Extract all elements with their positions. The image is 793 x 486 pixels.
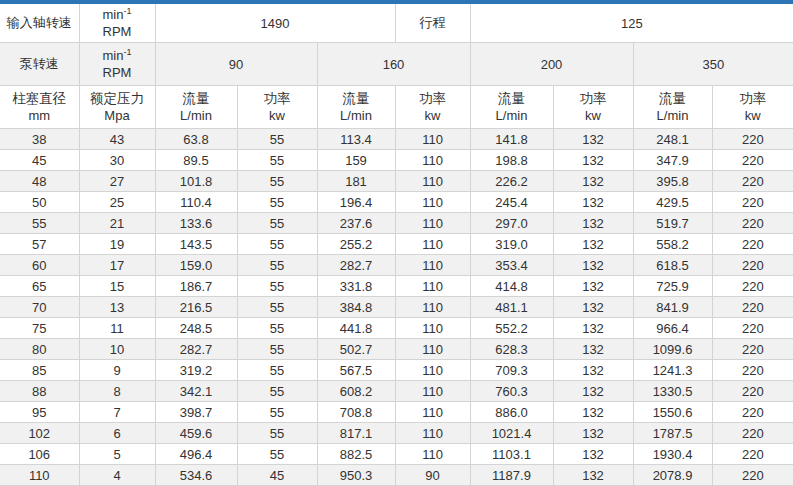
- table-cell: 950.3: [317, 465, 395, 486]
- table-cell: 80: [0, 339, 79, 360]
- table-cell: 319.0: [470, 234, 553, 255]
- table-cell: 132: [553, 297, 633, 318]
- table-cell: 220: [712, 423, 793, 444]
- table-cell: 282.7: [317, 255, 395, 276]
- table-cell: 132: [553, 129, 633, 150]
- power-label: 功率: [238, 90, 317, 107]
- unit-rpm: RPM: [80, 64, 155, 81]
- table-row: 6017159.055282.7110353.4132618.5220: [0, 255, 793, 276]
- table-cell: 110: [0, 465, 79, 486]
- table-cell: 75: [0, 318, 79, 339]
- table-cell: 55: [237, 234, 317, 255]
- pump-speed-label: 泵转速: [0, 43, 79, 86]
- table-cell: 384.8: [317, 297, 395, 318]
- table-cell: 132: [553, 318, 633, 339]
- table-cell: 55: [237, 423, 317, 444]
- power-unit: kw: [238, 107, 317, 124]
- table-cell: 237.6: [317, 213, 395, 234]
- table-cell: 19: [79, 234, 155, 255]
- flow-header: 流量 L/min: [317, 86, 395, 129]
- table-cell: 110: [395, 276, 470, 297]
- pump-speed-90: 90: [155, 43, 317, 86]
- table-row: 7511248.555441.8110552.2132966.4220: [0, 318, 793, 339]
- table-cell: 502.7: [317, 339, 395, 360]
- table-cell: 89.5: [155, 150, 237, 171]
- table-cell: 132: [553, 465, 633, 486]
- table-row: 888342.155608.2110760.31321330.5220: [0, 381, 793, 402]
- table-cell: 55: [237, 318, 317, 339]
- unit-min-exponent: -1: [123, 6, 131, 16]
- plunger-diameter-label: 柱塞直径: [0, 90, 79, 107]
- table-cell: 110: [395, 339, 470, 360]
- table-row: 5025110.455196.4110245.4132429.5220: [0, 192, 793, 213]
- table-cell: 220: [712, 150, 793, 171]
- table-cell: 21: [79, 213, 155, 234]
- table-cell: 1241.3: [633, 360, 712, 381]
- table-cell: 618.5: [633, 255, 712, 276]
- table-cell: 441.8: [317, 318, 395, 339]
- table-cell: 132: [553, 276, 633, 297]
- table-cell: 534.6: [155, 465, 237, 486]
- table-cell: 558.2: [633, 234, 712, 255]
- table-cell: 220: [712, 318, 793, 339]
- table-cell: 886.0: [470, 402, 553, 423]
- table-cell: 10: [79, 339, 155, 360]
- table-cell: 459.6: [155, 423, 237, 444]
- table-cell: 70: [0, 297, 79, 318]
- table-row: 384363.855113.4110141.8132248.1220: [0, 129, 793, 150]
- table-cell: 1787.5: [633, 423, 712, 444]
- table-cell: 15: [79, 276, 155, 297]
- unit-min: min: [103, 7, 124, 22]
- table-cell: 220: [712, 171, 793, 192]
- table-cell: 48: [0, 171, 79, 192]
- table-row: 5719143.555255.2110319.0132558.2220: [0, 234, 793, 255]
- table-cell: 55: [237, 381, 317, 402]
- flow-unit: L/min: [634, 107, 712, 124]
- table-cell: 55: [237, 297, 317, 318]
- table-cell: 245.4: [470, 192, 553, 213]
- table-cell: 220: [712, 402, 793, 423]
- pump-speed-160: 160: [317, 43, 470, 86]
- table-cell: 110: [395, 297, 470, 318]
- table-cell: 1103.1: [470, 444, 553, 465]
- table-cell: 55: [237, 129, 317, 150]
- table-cell: 708.8: [317, 402, 395, 423]
- table-body: 384363.855113.4110141.8132248.1220453089…: [0, 129, 793, 486]
- plunger-diameter-header: 柱塞直径 mm: [0, 86, 79, 129]
- table-cell: 220: [712, 129, 793, 150]
- table-cell: 38: [0, 129, 79, 150]
- table-cell: 395.8: [633, 171, 712, 192]
- power-header: 功率 kw: [395, 86, 470, 129]
- table-cell: 220: [712, 234, 793, 255]
- table-cell: 106: [0, 444, 79, 465]
- table-cell: 132: [553, 192, 633, 213]
- table-cell: 90: [395, 465, 470, 486]
- table-cell: 429.5: [633, 192, 712, 213]
- pump-speed-unit: min-1 RPM: [79, 43, 155, 86]
- table-cell: 132: [553, 444, 633, 465]
- table-cell: 1187.9: [470, 465, 553, 486]
- unit-min-exponent: -1: [123, 47, 131, 57]
- plunger-diameter-unit: mm: [0, 107, 79, 124]
- table-cell: 628.3: [470, 339, 553, 360]
- table-cell: 25: [79, 192, 155, 213]
- table-row: 1065496.455882.51101103.11321930.4220: [0, 444, 793, 465]
- table-cell: 255.2: [317, 234, 395, 255]
- table-cell: 101.8: [155, 171, 237, 192]
- table-cell: 353.4: [470, 255, 553, 276]
- table-cell: 55: [0, 213, 79, 234]
- table-cell: 60: [0, 255, 79, 276]
- table-row: 5521133.655237.6110297.0132519.7220: [0, 213, 793, 234]
- table-cell: 55: [237, 213, 317, 234]
- table-cell: 55: [237, 171, 317, 192]
- table-cell: 196.4: [317, 192, 395, 213]
- table-cell: 1330.5: [633, 381, 712, 402]
- rated-pressure-unit: Mpa: [80, 107, 155, 124]
- table-cell: 113.4: [317, 129, 395, 150]
- table-cell: 110: [395, 423, 470, 444]
- table-cell: 11: [79, 318, 155, 339]
- table-cell: 63.8: [155, 129, 237, 150]
- table-cell: 55: [237, 339, 317, 360]
- table-cell: 398.7: [155, 402, 237, 423]
- table-cell: 817.1: [317, 423, 395, 444]
